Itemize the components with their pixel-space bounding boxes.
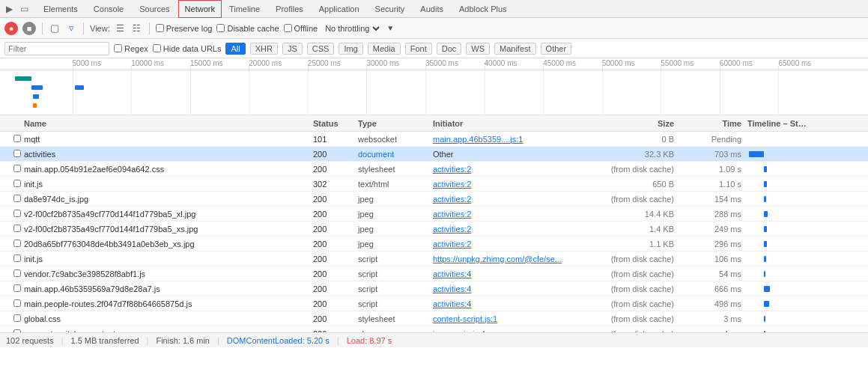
initiator-link[interactable]: activities:4 <box>433 269 471 278</box>
initiator-link[interactable]: activities:2 <box>433 240 471 249</box>
tab-adblock[interactable]: Adblock Plus <box>452 0 515 18</box>
table-row[interactable]: global.css 200 stylesheet content-script… <box>0 311 868 326</box>
cell-size: 1.1 KB <box>590 240 680 249</box>
list-view-icon[interactable]: ☰ <box>115 22 127 34</box>
initiator-link[interactable]: https://unpkg.zhimg.com/@cfe/se... <box>433 255 562 263</box>
cell-type: xhr <box>358 329 433 333</box>
camera-icon[interactable]: ▢ <box>49 22 61 34</box>
table-row[interactable]: activities 200 document Other 32.3 KB 70… <box>0 147 868 162</box>
cell-time: 54 ms <box>680 269 747 278</box>
filter-tag-ws[interactable]: WS <box>466 43 490 55</box>
col-header-status[interactable]: Status <box>313 119 358 128</box>
filter-tag-font[interactable]: Font <box>405 43 432 55</box>
cell-initiator: activities:4 <box>433 284 590 293</box>
record-button[interactable]: ● <box>4 22 18 35</box>
table-row[interactable]: vendor.7c9abc3e398528f8abf1.js 200 scrip… <box>0 266 868 281</box>
preserve-log-checkbox[interactable] <box>156 24 164 32</box>
row-checkbox[interactable] <box>13 240 21 247</box>
row-checkbox[interactable] <box>13 269 21 277</box>
row-checkbox[interactable] <box>13 225 21 232</box>
cell-name: main.app.054b91e2aef6e094a642.css <box>24 165 313 174</box>
initiator-link[interactable]: activities:2 <box>433 210 471 219</box>
throttle-arrow[interactable]: ▼ <box>386 24 394 32</box>
initiator-link[interactable]: activities:2 <box>433 195 471 204</box>
row-checkbox[interactable] <box>13 299 21 307</box>
col-header-timeline[interactable]: Timeline – St… <box>747 119 868 128</box>
filter-icon[interactable]: ▿ <box>65 22 77 34</box>
grid-view-icon[interactable]: ☷ <box>131 22 143 34</box>
tab-console[interactable]: Console <box>86 0 132 18</box>
tab-network[interactable]: Network <box>178 0 222 18</box>
tab-audits[interactable]: Audits <box>413 0 452 18</box>
col-header-time[interactable]: Time <box>680 119 747 128</box>
col-header-type[interactable]: Type <box>358 119 433 128</box>
initiator-link[interactable]: activities:4 <box>433 284 471 293</box>
filter-tag-doc[interactable]: Doc <box>437 43 462 55</box>
initiator-link[interactable]: activities:4 <box>433 299 471 308</box>
row-checkbox[interactable] <box>13 210 21 217</box>
inspect-icon[interactable]: ▶ <box>3 3 15 15</box>
initiator-link[interactable]: activities:2 <box>433 180 471 189</box>
tab-profiles[interactable]: Profiles <box>268 0 312 18</box>
filter-tag-img[interactable]: Img <box>339 43 362 55</box>
table-row[interactable]: main.people-routes.2f047d7f88b64665875d.… <box>0 296 868 311</box>
filter-tag-other[interactable]: Other <box>541 43 572 55</box>
filter-tag-media[interactable]: Media <box>368 43 401 55</box>
row-checkbox[interactable] <box>13 314 21 322</box>
filter-tag-js[interactable]: JS <box>282 43 303 55</box>
disable-cache-checkbox[interactable] <box>216 24 225 32</box>
tab-sources[interactable]: Sources <box>132 0 177 18</box>
filter-tag-all[interactable]: All <box>225 43 245 55</box>
col-header-initiator[interactable]: Initiator <box>433 119 590 128</box>
col-header-name[interactable]: Name <box>24 119 313 128</box>
tab-timeline[interactable]: Timeline <box>222 0 268 18</box>
filter-tag-manifest[interactable]: Manifest <box>494 43 536 55</box>
cell-status: 200 <box>313 255 358 263</box>
table-row[interactable]: v2-f00cf2b8735a49cf770d144f1d779ba5_xs.j… <box>0 222 868 237</box>
tab-security[interactable]: Security <box>368 0 413 18</box>
hide-data-urls-group[interactable]: Hide data URLs <box>153 44 222 53</box>
row-checkbox[interactable] <box>13 150 21 157</box>
table-row[interactable]: init.js 302 text/html activities:2 650 B… <box>0 177 868 192</box>
regex-checkbox[interactable] <box>114 44 122 52</box>
row-checkbox[interactable] <box>13 255 21 262</box>
offline-group[interactable]: Offline <box>284 24 318 33</box>
tab-application[interactable]: Application <box>312 0 368 18</box>
hide-data-urls-checkbox[interactable] <box>153 44 161 52</box>
initiator-link[interactable]: activities:2 <box>433 225 471 234</box>
throttle-select[interactable]: No throttling <box>322 23 382 34</box>
row-checkbox[interactable] <box>13 195 21 202</box>
table-row[interactable]: mqtt 101 websocket main.app.46b5359....j… <box>0 132 868 147</box>
cell-time: Pending <box>680 135 747 144</box>
filter-tag-xhr[interactable]: XHR <box>250 43 278 55</box>
filter-tag-css[interactable]: CSS <box>307 43 335 55</box>
disable-cache-group[interactable]: Disable cache <box>216 24 279 33</box>
col-header-size[interactable]: Size <box>590 119 680 128</box>
cell-timeline <box>747 252 868 266</box>
row-checkbox[interactable] <box>13 284 21 292</box>
initiator-link[interactable]: content-script.js:1 <box>433 314 497 323</box>
table-row[interactable]: da8e974dc_is.jpg 200 jpeg activities:2 (… <box>0 192 868 207</box>
load-time: Load: 8.97 s <box>347 336 392 345</box>
table-row[interactable]: main.app.46b5359569a79d8e28a7.js 200 scr… <box>0 281 868 296</box>
preserve-log-group[interactable]: Preserve log <box>156 24 213 33</box>
offline-checkbox[interactable] <box>284 24 292 32</box>
initiator-link[interactable]: jquery.min.js:4 <box>433 329 485 333</box>
table-row[interactable]: v2-f00cf2b8735a49cf770d144f1d779ba5_xl.j… <box>0 207 868 222</box>
separator-3: | <box>217 336 219 345</box>
table-row[interactable]: main.app.054b91e2aef6e094a642.css 200 st… <box>0 162 868 177</box>
row-checkbox[interactable] <box>13 329 21 333</box>
regex-group[interactable]: Regex <box>114 44 148 53</box>
row-checkbox[interactable] <box>13 135 21 142</box>
mobile-icon[interactable]: ▭ <box>18 3 30 15</box>
stop-button[interactable]: ■ <box>22 22 36 35</box>
table-row[interactable]: init.js 200 script https://unpkg.zhimg.c… <box>0 252 868 266</box>
row-checkbox[interactable] <box>13 165 21 172</box>
row-checkbox[interactable] <box>13 180 21 187</box>
filter-input[interactable] <box>4 42 109 55</box>
table-row[interactable]: 20d8a65bf7763048de4bb3491a0eb3eb_xs.jpg … <box>0 237 868 252</box>
table-row[interactable]: account-switcher-content.css 200 xhr jqu… <box>0 326 868 332</box>
tab-elements[interactable]: Elements <box>36 0 86 18</box>
initiator-link[interactable]: main.app.46b5359....js:1 <box>433 135 523 144</box>
initiator-link[interactable]: activities:2 <box>433 165 471 174</box>
